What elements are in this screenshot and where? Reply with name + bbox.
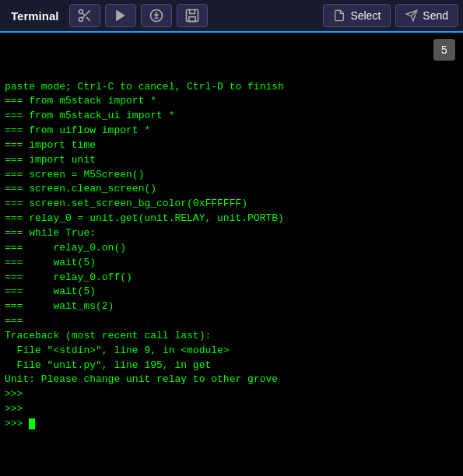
scissors-button[interactable] (69, 4, 100, 27)
terminal-line: paste mode; Ctrl-C to cancel, Ctrl-D to … (5, 80, 458, 95)
terminal-line: File "unit.py", line 195, in get (5, 359, 458, 373)
send-icon (405, 9, 418, 22)
send-button[interactable]: Send (395, 4, 458, 27)
flash-icon (149, 8, 164, 23)
send-label: Send (423, 9, 448, 22)
terminal-content: paste mode; Ctrl-C to cancel, Ctrl-D to … (5, 80, 458, 432)
terminal-line: === while True: (5, 226, 458, 241)
terminal-line: === from m5stack_ui import * (5, 109, 458, 124)
terminal-line: >>> (5, 387, 458, 402)
terminal-line: Traceback (most recent call last): (5, 329, 458, 344)
save-icon (184, 8, 200, 23)
terminal-area[interactable]: 5 paste mode; Ctrl-C to cancel, Ctrl-D t… (0, 33, 463, 476)
terminal-line: === screen.clean_screen() (5, 182, 458, 197)
terminal-line: File "<stdin>", line 9, in <module> (5, 344, 458, 359)
svg-point-1 (79, 18, 83, 22)
terminal-line: === wait(5) (5, 285, 458, 299)
svg-line-3 (86, 17, 90, 21)
svg-line-4 (82, 13, 85, 16)
save-button[interactable] (177, 4, 208, 27)
terminal-line: === (5, 314, 458, 329)
terminal-line: Unit: Please change unit relay to other … (5, 373, 458, 387)
terminal-line: === import time (5, 138, 458, 153)
select-button[interactable]: Select (323, 4, 391, 27)
terminal-line: === screen = M5Screen() (5, 168, 458, 183)
toolbar-title: Terminal (5, 9, 65, 23)
terminal-line: >>> (5, 417, 458, 432)
svg-rect-9 (187, 10, 198, 22)
terminal-line: === wait_ms(2) (5, 299, 458, 314)
toolbar: Terminal (0, 0, 463, 33)
file-icon (333, 9, 345, 22)
scissors-icon (77, 8, 93, 23)
terminal-cursor (29, 418, 35, 429)
terminal-line: === import unit (5, 153, 458, 168)
terminal-line: === relay_0.on() (5, 241, 458, 256)
terminal-line: === wait(5) (5, 256, 458, 271)
badge: 5 (433, 39, 455, 61)
select-label: Select (350, 9, 381, 22)
svg-rect-10 (189, 17, 195, 22)
flash-button[interactable] (141, 4, 172, 27)
terminal-line: >>> (5, 402, 458, 417)
play-icon (113, 8, 128, 23)
terminal-line: === screen.set_screen_bg_color(0xFFFFFF) (5, 197, 458, 212)
terminal-line: === from uiflow import * (5, 124, 458, 138)
terminal-line: === relay_0 = unit.get(unit.RELAY, unit.… (5, 212, 458, 226)
play-button[interactable] (105, 4, 136, 27)
terminal-line: === relay_0.off() (5, 271, 458, 285)
svg-marker-5 (117, 10, 126, 22)
svg-point-0 (79, 10, 83, 14)
terminal-line: === from m5stack import * (5, 94, 458, 109)
